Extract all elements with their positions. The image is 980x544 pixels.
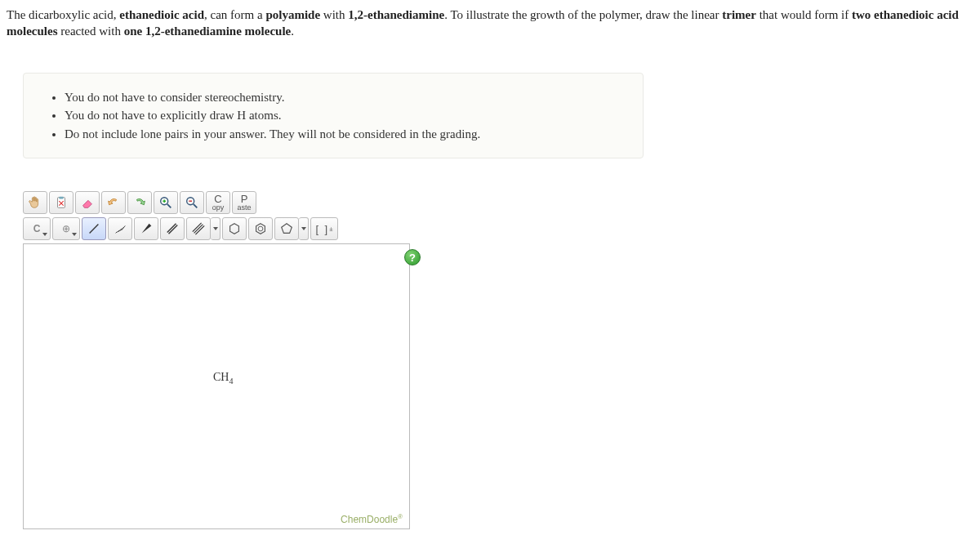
pentagon-icon: [279, 221, 294, 236]
move-tool-button[interactable]: [23, 191, 47, 214]
bracket-sup: ±: [329, 225, 332, 233]
copy-button[interactable]: C opy: [206, 191, 230, 214]
help-button[interactable]: ?: [404, 249, 421, 265]
charge-picker-button[interactable]: ⊕: [52, 217, 80, 240]
triple-bond-button[interactable]: [186, 217, 211, 240]
svg-line-14: [122, 225, 126, 230]
paste-label-small: aste: [237, 204, 251, 211]
svg-rect-1: [59, 197, 63, 199]
chevron-down-icon: [213, 227, 218, 230]
paste-button[interactable]: P aste: [232, 191, 256, 214]
svg-marker-20: [230, 224, 239, 234]
chemdoodle-brand: ChemDoodle®: [341, 513, 403, 525]
benzene-button[interactable]: [248, 217, 273, 240]
toolbar-row-2: C ⊕: [23, 217, 412, 242]
svg-line-10: [116, 232, 118, 234]
chevron-down-icon: [42, 233, 47, 236]
bracket-tool-button[interactable]: [ ]±: [310, 217, 338, 240]
hexagon-icon: [227, 221, 242, 236]
zoom-in-icon: [158, 195, 173, 210]
svg-line-9: [90, 225, 99, 234]
copy-label-small: opy: [212, 204, 225, 211]
brand-sup: ®: [398, 513, 403, 520]
redo-icon: [132, 195, 147, 210]
bracket-label: [ ]: [315, 223, 329, 235]
molecule-text: CH: [213, 371, 229, 383]
clipboard-clear-icon: [54, 195, 69, 210]
q-text: The dicarboxylic acid,: [7, 8, 119, 21]
element-label: C: [33, 223, 41, 234]
instruction-item: You do not have to consider stereochemis…: [65, 88, 618, 107]
zoom-out-icon: [185, 195, 199, 210]
eraser-icon: [80, 195, 95, 210]
q-bold: 1,2-ethanediamine: [348, 8, 444, 21]
wedge-bond-button[interactable]: [134, 217, 158, 240]
q-text: .: [291, 25, 294, 38]
redo-button[interactable]: [127, 191, 152, 214]
svg-marker-23: [282, 224, 292, 234]
q-bold: ethanedioic acid: [119, 8, 204, 21]
svg-line-3: [167, 204, 172, 208]
molecule-sketcher: C opy P aste C ⊕: [23, 191, 412, 529]
wedge-bond-icon: [139, 221, 154, 236]
svg-rect-0: [58, 198, 65, 208]
q-bold: one 1,2-ethanediamine molecule: [124, 25, 292, 38]
erase-tool-button[interactable]: [75, 191, 100, 214]
drawing-canvas[interactable]: ? CH4 ChemDoodle®: [23, 243, 410, 529]
question-text: The dicarboxylic acid, ethanedioic acid,…: [7, 7, 973, 40]
q-text: that would form if: [756, 8, 852, 21]
charge-label: ⊕: [62, 223, 70, 234]
svg-line-7: [194, 204, 198, 208]
zoom-in-button[interactable]: [154, 191, 178, 214]
help-icon: ?: [409, 252, 416, 264]
undo-icon: [106, 195, 121, 210]
brand-text: ChemDoodle: [341, 514, 398, 525]
molecule-placeholder: CH4: [213, 371, 233, 386]
svg-point-22: [258, 226, 263, 231]
double-bond-icon: [165, 221, 180, 236]
instruction-item: You do not have to explicitly draw H ato…: [65, 106, 618, 125]
q-text: with: [320, 8, 348, 21]
single-bond-icon: [87, 221, 101, 236]
undo-button[interactable]: [101, 191, 126, 214]
hand-icon: [28, 195, 42, 210]
element-picker-button[interactable]: C: [23, 217, 51, 240]
q-text: , can form a: [204, 8, 265, 21]
cyclohexane-button[interactable]: [222, 217, 247, 240]
cyclopentane-button[interactable]: [274, 217, 299, 240]
ring-dropdown-button[interactable]: [299, 217, 309, 240]
q-bold: polyamide: [265, 8, 320, 21]
chevron-down-icon: [301, 227, 306, 230]
benzene-icon: [253, 221, 268, 236]
q-text: reacted with: [57, 25, 123, 38]
svg-marker-21: [256, 224, 265, 234]
instruction-item: Do not include lone pairs in your answer…: [65, 125, 618, 144]
single-bond-button[interactable]: [82, 217, 106, 240]
molecule-subscript: 4: [229, 377, 233, 386]
chevron-down-icon: [72, 233, 77, 236]
bond-dropdown-button[interactable]: [211, 217, 220, 240]
recessed-bond-button[interactable]: [108, 217, 132, 240]
double-bond-button[interactable]: [160, 217, 185, 240]
toolbar-row-1: C opy P aste: [23, 191, 412, 216]
clear-tool-button[interactable]: [49, 191, 74, 214]
triple-bond-icon: [191, 221, 206, 236]
zoom-out-button[interactable]: [180, 191, 204, 214]
instructions-panel: You do not have to consider stereochemis…: [23, 73, 644, 159]
recessed-bond-icon: [113, 221, 127, 236]
q-text: . To illustrate the growth of the polyme…: [444, 8, 722, 21]
q-bold: trimer: [722, 8, 756, 21]
